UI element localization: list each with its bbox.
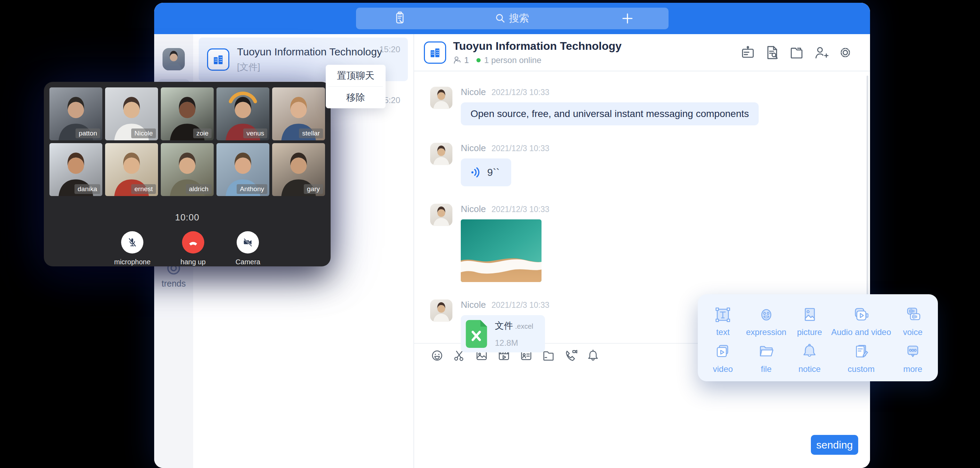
popup-item-more[interactable]: more bbox=[891, 340, 934, 377]
menu-item-pin-chat[interactable]: 置顶聊天 bbox=[326, 65, 386, 86]
popup-item-custom[interactable]: custom bbox=[831, 340, 891, 377]
more-bubble-icon bbox=[903, 342, 923, 361]
call-tile: stellar bbox=[272, 88, 325, 141]
message-time: 2021/12/3 10:33 bbox=[492, 144, 549, 153]
message-input-area[interactable]: sending bbox=[414, 367, 870, 468]
search-bar[interactable]: 搜索 bbox=[356, 8, 668, 29]
popup-item-text[interactable]: text bbox=[701, 303, 745, 340]
file-ext: .excel bbox=[515, 323, 533, 330]
expression-icon bbox=[757, 305, 776, 324]
menu-item-remove[interactable]: 移除 bbox=[326, 87, 386, 108]
avatar[interactable] bbox=[430, 299, 452, 322]
message-time: 2021/12/3 10:33 bbox=[492, 300, 549, 310]
text-bubble[interactable]: Open source, free, and universal instant… bbox=[461, 102, 759, 125]
hang-up-icon bbox=[187, 236, 199, 249]
participant-name: Nicole bbox=[131, 128, 156, 138]
video-call-window: patton Nicole zoie venus stellar danika bbox=[44, 82, 331, 267]
file-message-card[interactable]: 文件.excel 12.8M bbox=[461, 315, 545, 352]
voice-duration: 9`` bbox=[487, 167, 500, 178]
participant-name: aldrich bbox=[186, 184, 212, 194]
file-name: 文件 bbox=[495, 320, 513, 331]
message-time: 2021/12/3 10:33 bbox=[492, 205, 549, 214]
popup-item-file[interactable]: file bbox=[745, 340, 788, 377]
group-notice-icon[interactable] bbox=[740, 45, 756, 61]
user-avatar[interactable] bbox=[162, 48, 185, 70]
hang-up-button[interactable] bbox=[182, 231, 204, 254]
video-icon bbox=[713, 342, 733, 361]
call-tile: Anthony bbox=[216, 143, 269, 196]
search-icon bbox=[495, 13, 506, 24]
call-tile: ernest bbox=[105, 143, 158, 196]
send-button[interactable]: sending bbox=[811, 435, 858, 455]
call-tile: danika bbox=[49, 143, 102, 196]
chat-history-search-icon[interactable] bbox=[764, 45, 780, 61]
call-tile: aldrich bbox=[161, 143, 214, 196]
screenshot-stage: 搜索 bbox=[0, 0, 980, 468]
participant-name: ernest bbox=[131, 184, 156, 194]
mic-muted-icon bbox=[127, 237, 138, 248]
popup-item-video[interactable]: video bbox=[701, 340, 745, 377]
popup-item-picture[interactable]: picture bbox=[788, 303, 831, 340]
participant-name: zoie bbox=[193, 128, 212, 138]
hang-up-label: hang up bbox=[181, 258, 206, 266]
image-message-beach[interactable] bbox=[461, 219, 541, 282]
call-tile: venus bbox=[216, 88, 269, 141]
excel-file-icon bbox=[466, 320, 487, 348]
message-text: Nicole 2021/12/3 10:33 Open source, free… bbox=[430, 87, 870, 125]
popup-item-voice[interactable]: voice bbox=[891, 303, 934, 340]
message-time: 2021/12/3 10:33 bbox=[492, 88, 549, 97]
call-tile: patton bbox=[49, 88, 102, 141]
call-participant-grid: patton Nicole zoie venus stellar danika bbox=[49, 88, 325, 196]
participant-name: gary bbox=[304, 184, 323, 194]
settings-gear-icon[interactable] bbox=[837, 45, 853, 61]
member-count: 1 bbox=[464, 55, 469, 65]
avatar[interactable] bbox=[430, 143, 452, 165]
picture-icon bbox=[800, 305, 819, 324]
context-menu: 置顶聊天 移除 bbox=[326, 65, 386, 108]
file-size: 12.8M bbox=[495, 338, 533, 348]
file-folder-icon bbox=[757, 342, 776, 361]
microphone-label: microphone bbox=[114, 258, 151, 266]
order-clipboard-icon[interactable] bbox=[392, 11, 407, 26]
chat-title: Tuoyun Information Technology bbox=[453, 40, 622, 53]
camera-label: Camera bbox=[235, 258, 260, 266]
online-dot bbox=[476, 58, 480, 62]
online-status: 1 person online bbox=[484, 55, 541, 65]
call-tile: gary bbox=[272, 143, 325, 196]
conversation-time: 15:20 bbox=[379, 45, 400, 54]
popup-item-notice[interactable]: notice bbox=[788, 340, 831, 377]
voice-icon bbox=[903, 305, 923, 324]
participant-name: stellar bbox=[299, 128, 323, 138]
add-plus-icon[interactable] bbox=[621, 12, 634, 25]
call-timer: 10:00 bbox=[49, 212, 325, 223]
call-tile: Nicole bbox=[105, 88, 158, 141]
sender-name: Nicole bbox=[461, 299, 486, 310]
call-controls: microphone hang up bbox=[49, 231, 325, 266]
voice-bubble[interactable]: 9`` bbox=[461, 158, 511, 186]
camera-off-button[interactable] bbox=[237, 231, 259, 254]
sender-name: Nicole bbox=[461, 204, 486, 214]
group-files-icon[interactable] bbox=[789, 45, 805, 61]
audio-video-icon bbox=[851, 305, 871, 324]
notice-bell-icon bbox=[800, 342, 819, 361]
avatar[interactable] bbox=[430, 204, 452, 226]
participant-name: danika bbox=[75, 184, 100, 194]
sender-name: Nicole bbox=[461, 143, 486, 153]
sender-name: Nicole bbox=[461, 87, 486, 97]
text-icon bbox=[713, 305, 733, 324]
conversation-title: Tuoyun Information Technology bbox=[237, 46, 382, 58]
popup-item-expression[interactable]: expression bbox=[745, 303, 788, 340]
message-voice: Nicole 2021/12/3 10:33 9`` bbox=[430, 143, 870, 186]
voice-wave-icon bbox=[470, 166, 482, 179]
trends-label: trends bbox=[154, 279, 193, 289]
avatar[interactable] bbox=[430, 87, 452, 109]
add-member-icon[interactable] bbox=[813, 45, 829, 61]
participant-name: venus bbox=[243, 128, 267, 138]
chat-header: Tuoyun Information Technology 1 1 person… bbox=[414, 34, 870, 71]
popup-item-audio-video[interactable]: Audio and video bbox=[831, 303, 891, 340]
participant-name: patton bbox=[76, 128, 100, 138]
members-icon bbox=[453, 56, 462, 65]
chat-panel: Tuoyun Information Technology 1 1 person… bbox=[414, 34, 870, 468]
message-image: Nicole 2021/12/3 10:33 bbox=[430, 204, 870, 282]
microphone-mute-button[interactable] bbox=[121, 231, 143, 254]
